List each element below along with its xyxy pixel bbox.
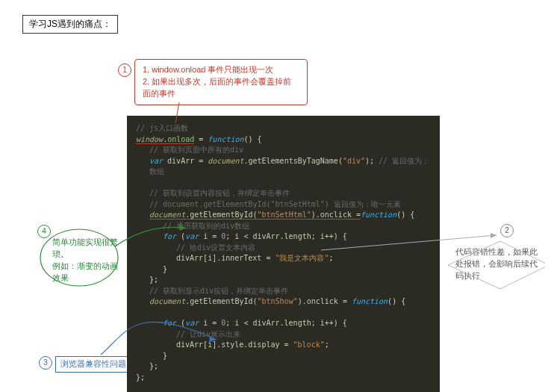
callout-1-line2: 2. 如果出现多次，后面的事件会覆盖掉前面的事件 [143,76,299,100]
code-token: function [208,135,243,143]
code-token: onload [167,135,194,143]
code-token: divArr[i].style.display = [176,340,293,349]
code-token: ; i < divArr.length; i++) { [225,232,347,240]
code-token: var [149,157,163,165]
code-token: for [163,319,176,327]
code-token: ).onclick = [298,297,352,305]
code-comment: // 给div设置文本内容 [136,243,431,254]
code-token: function [352,297,388,305]
code-token: var [185,319,199,327]
code-token: "block" [293,340,325,349]
code-token: divArr[i].innerText = [176,254,275,262]
code-editor: // js入口函数 window.onload = function() { /… [127,116,440,392]
code-token: .getElementById( [185,297,257,305]
code-token: document [149,297,185,305]
callout-number-3: 3 [39,356,52,370]
code-comment: // 通历获取到的div数组 [136,221,431,232]
svg-marker-2 [491,233,497,238]
code-token: window [136,135,163,143]
callout-compatibility: 浏览器兼容性问题 [55,356,131,373]
code-token: .getElementsByTagName( [243,157,342,165]
code-token: () { [396,211,414,219]
code-token: ; i < divArr.length; i++) { [225,319,347,327]
code-token: ).onclick = [311,211,361,219]
code-token: } [136,264,431,276]
callout-4-line1: 简单功能实现很繁琐。 [52,237,119,261]
code-token: () { [388,297,405,305]
code-comment: // 获取到设置内容按钮，并绑定单击事件 [136,188,431,199]
code-token: ( [176,319,185,327]
code-token: for [163,232,176,240]
code-comment: // 获取到页面中所有的div [136,145,431,156]
page-title: 学习JS遇到的痛点： [22,15,118,34]
code-token: () { [244,135,262,143]
code-token: function [361,211,396,219]
callout-4-line2: 例如：渐变的动画效果 [52,261,119,284]
code-token: .getElementById( [185,211,257,219]
diagram-stage: 1 1. window.onload 事件只能出现一次 2. 如果出现多次，后面… [22,34,545,385]
code-token: }; [136,275,431,286]
code-token: ; [329,254,334,262]
code-token: ); [365,157,374,165]
code-token: = [194,135,208,143]
code-token: document [149,211,185,219]
callout-number-4: 4 [37,225,51,238]
callout-complexity: 简单功能实现很繁琐。 例如：渐变的动画效果 [52,237,119,284]
code-token: divArr = [163,157,208,165]
code-comment: // document.getElementById("btnSetHtml")… [136,199,431,211]
callout-1-line1: 1. window.onload 事件只能出现一次 [143,64,299,76]
callout-error-tolerance: 代码容错性差，如果此处报错，会影响后续代码执行 [455,246,541,282]
callout-number-1: 1 [118,63,131,77]
callout-number-2: 2 [500,224,514,237]
code-token: } [136,351,431,362]
code-token: document [208,157,243,165]
code-token: "btnShow" [258,297,298,305]
code-token: }; [136,361,431,373]
code-token: }; [136,373,145,382]
code-token: var [185,232,199,240]
code-comment: // 获取到显示div按钮，并绑定单击事件 [136,286,431,297]
code-token: ; [325,340,329,349]
code-token: i = [199,319,221,327]
callout-onload-limitation: 1. window.onload 事件只能出现一次 2. 如果出现多次，后面的事… [134,59,308,105]
code-comment: // 让div展示出来 [136,329,431,340]
code-token: "我是文本内容" [275,254,329,262]
code-token: ( [176,232,185,240]
code-token: "div" [343,157,365,165]
code-token: i = [199,232,221,240]
code-token: "btnSetHtml" [258,211,311,219]
code-comment: // js入口函数 [136,124,188,132]
